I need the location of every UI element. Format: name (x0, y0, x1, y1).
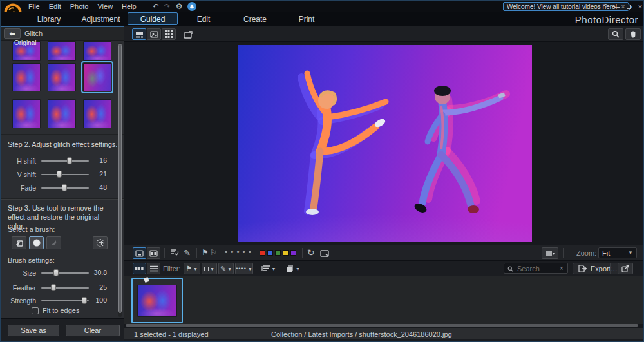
size-slider-handle[interactable] (53, 269, 59, 276)
single-view-icon[interactable] (133, 247, 146, 259)
glitch-preset-thumbnail[interactable] (83, 41, 111, 61)
rotate-left-icon[interactable]: ↻ (307, 248, 315, 257)
fit-to-edges-checkbox[interactable] (32, 307, 39, 314)
zoom-tool-icon[interactable] (608, 28, 623, 40)
compare-view-icon[interactable] (147, 247, 160, 259)
tab-print[interactable]: Print (287, 13, 326, 26)
brush-settings-label: Brush settings: (8, 256, 55, 264)
menu-edit[interactable]: Edit (44, 1, 66, 12)
menu-help[interactable]: Help (117, 1, 141, 12)
v-shift-slider-handle[interactable] (57, 171, 62, 178)
gear-icon[interactable]: ⚙ (173, 2, 185, 11)
flag-pick-icon[interactable]: ⚑ (202, 249, 209, 256)
filter-flags-icon[interactable]: ⚑▼ (184, 263, 200, 274)
v-shift-slider-row: V shift -21 (1, 170, 117, 179)
glitch-preset-thumbnail[interactable] (48, 63, 76, 91)
strength-value: 100 (93, 296, 107, 304)
minimize-icon[interactable] (611, 3, 623, 10)
photodirector-window: File Edit Photo View Help ↶ ↷ ⚙ Welcome!… (0, 0, 644, 342)
h-shift-slider[interactable] (41, 160, 89, 162)
label-chip-purple[interactable] (290, 250, 296, 256)
flag-reject-icon[interactable]: ⚐ (210, 249, 217, 256)
panel-title: Glitch (24, 30, 43, 37)
panel-scrollbar-thumb[interactable] (118, 44, 122, 313)
glitch-preset-thumbnail[interactable]: Original (12, 41, 41, 61)
glitch-preset-thumbnail[interactable] (48, 99, 76, 128)
size-value: 30.8 (93, 269, 107, 276)
help-icon[interactable]: ? (600, 3, 611, 10)
sort-options-icon[interactable]: ▼ (260, 263, 278, 274)
close-icon[interactable]: × (634, 3, 644, 10)
redo-icon[interactable]: ↷ (162, 2, 173, 11)
menu-view[interactable]: View (93, 1, 117, 12)
h-shift-slider-handle[interactable] (67, 157, 72, 164)
search-input[interactable] (516, 264, 557, 273)
feather-slider[interactable] (41, 287, 89, 289)
fade-slider-handle[interactable] (62, 184, 67, 191)
fade-slider-row: Fade 48 (1, 184, 117, 193)
search-clear-icon[interactable]: × (560, 265, 564, 272)
size-slider[interactable] (41, 272, 89, 274)
share-icon[interactable] (618, 263, 633, 274)
save-as-button[interactable]: Save as (8, 325, 59, 336)
label-chip-green[interactable] (275, 250, 281, 256)
fit-to-edges-label: Fit to edges (43, 307, 79, 314)
eraser-brush-icon[interactable] (12, 236, 26, 249)
edit-pen-icon[interactable]: ✎ (184, 249, 191, 257)
rotate-canvas-icon[interactable] (181, 28, 196, 40)
notification-bell-icon[interactable] (187, 2, 196, 11)
soft-brush-icon[interactable] (46, 236, 61, 249)
strength-slider[interactable] (41, 300, 89, 301)
view-browser-mode-icon[interactable] (132, 28, 146, 40)
tab-guided[interactable]: Guided (128, 12, 178, 25)
feather-slider-handle[interactable] (51, 284, 56, 291)
copy-adjustments-icon[interactable] (169, 248, 180, 260)
h-shift-slider-row: H shift 16 (1, 157, 117, 166)
zoom-dropdown[interactable]: Fit ▼ (598, 247, 637, 258)
tab-library[interactable]: Library (26, 13, 71, 26)
strength-slider-handle[interactable] (82, 297, 87, 304)
panel-scrollbar[interactable] (118, 43, 122, 317)
filmstrip-scrollbar[interactable] (126, 324, 638, 327)
label-chip-yellow[interactable] (283, 250, 289, 256)
tab-create[interactable]: Create (236, 13, 274, 26)
round-brush-icon[interactable] (29, 236, 44, 249)
glitch-preset-thumbnail[interactable] (12, 99, 41, 128)
export-button[interactable]: Export... (573, 263, 623, 274)
tab-edit[interactable]: Edit (184, 13, 223, 26)
restore-icon[interactable] (623, 3, 634, 10)
undo-icon[interactable]: ↶ (150, 2, 162, 11)
clear-button[interactable]: Clear (66, 325, 120, 336)
tab-adjustment[interactable]: Adjustment (77, 13, 125, 26)
glitch-preset-thumbnail[interactable] (48, 41, 76, 61)
menu-file[interactable]: File (24, 1, 44, 12)
filter-labels-icon[interactable]: ▼ (202, 263, 217, 274)
filmstrip-thumbnail-selected[interactable] (131, 278, 183, 323)
main-area: ✎ ⚑ ⚐ ••••• ↻ Zoom: Fit ▼ (124, 26, 644, 342)
h-shift-value: 16 (93, 157, 107, 164)
v-shift-slider[interactable] (41, 174, 89, 175)
back-arrow-icon[interactable]: ⬅ (4, 28, 21, 39)
label-chip-red[interactable] (260, 250, 265, 256)
original-preset-label: Original (14, 39, 36, 46)
menu-photo[interactable]: Photo (66, 1, 93, 12)
photo-preview[interactable] (238, 45, 532, 242)
view-single-mode-icon[interactable] (147, 28, 161, 40)
stack-photos-icon[interactable]: ▼ (284, 263, 302, 274)
view-grid-mode-icon[interactable] (162, 28, 176, 40)
pan-hand-icon[interactable] (625, 28, 641, 40)
thumbnail-strip-view-icon[interactable] (133, 263, 146, 274)
crop-rotate-icon[interactable] (320, 249, 330, 260)
filter-dots-icon[interactable]: ••••▼ (235, 263, 253, 274)
invert-selection-icon[interactable] (93, 236, 108, 249)
glitch-preset-thumbnail[interactable] (12, 63, 41, 91)
star-rating-dots[interactable]: ••••• (225, 249, 254, 256)
display-options-icon[interactable] (542, 247, 558, 259)
label-chip-blue[interactable] (267, 250, 273, 256)
size-label: Size (6, 269, 36, 277)
glitch-preset-thumbnail[interactable] (83, 99, 111, 128)
glitch-preset-thumbnail-selected[interactable] (83, 63, 111, 91)
fade-slider[interactable] (41, 187, 89, 189)
filter-rating-icon[interactable]: ✎▼ (218, 263, 234, 274)
list-view-icon[interactable] (147, 263, 160, 274)
